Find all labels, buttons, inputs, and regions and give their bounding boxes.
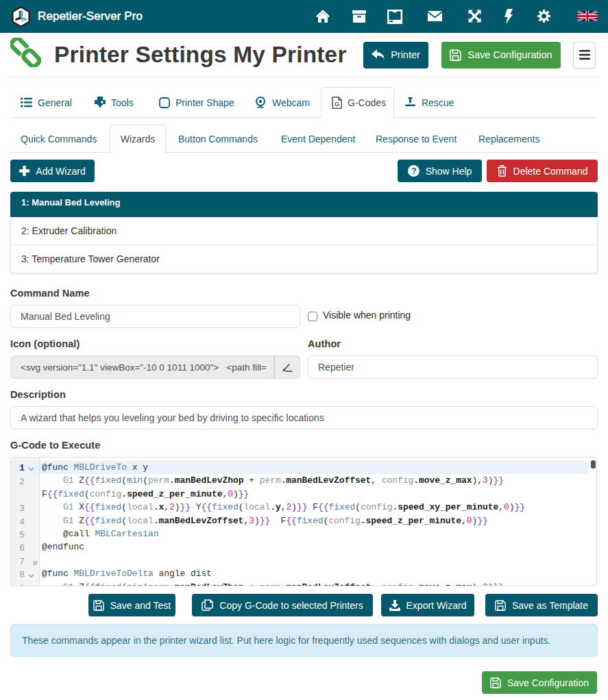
svg-text:?: ? [411, 166, 416, 176]
svg-text:G: G [335, 101, 339, 108]
